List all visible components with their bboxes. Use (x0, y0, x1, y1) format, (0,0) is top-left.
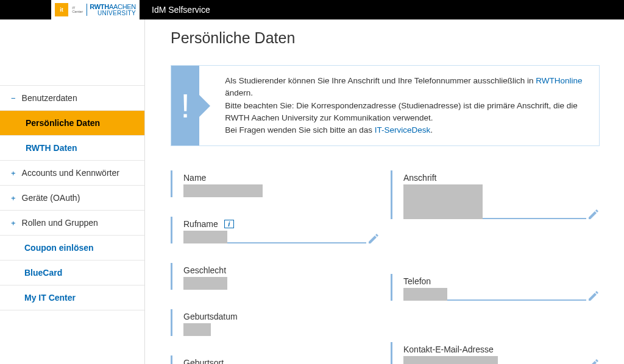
expand-icon: + (11, 194, 16, 203)
sidebar-item-geraete-oauth[interactable]: + Geräte (OAuth) (0, 186, 144, 211)
exclamation-icon: ! (181, 86, 190, 125)
field-value-name (183, 184, 263, 197)
sidebar-item-rollen-gruppen[interactable]: + Rollen und Gruppen (0, 211, 144, 236)
sidebar-item-label: Persönliche Daten (26, 118, 100, 128)
sidebar: − Benutzerdaten Persönliche Daten RWTH D… (0, 19, 145, 364)
pencil-icon[interactable] (587, 208, 600, 220)
field-value-rufname (183, 231, 227, 243)
field-label-rufname: Rufname (183, 219, 218, 229)
sidebar-item-label: My IT Center (24, 293, 76, 303)
field-value-telefon (403, 288, 447, 301)
field-label-anschrift: Anschrift (403, 173, 600, 183)
sidebar-item-coupon-einloesen[interactable]: Coupon einlösen (0, 236, 144, 261)
sidebar-item-label: Accounts und Kennwörter (22, 168, 119, 178)
logo-subtext: IT Center (72, 6, 83, 13)
edit-underline (227, 242, 366, 243)
field-telefon: Telefon (391, 274, 600, 301)
logo-divider (87, 4, 87, 16)
info-icon[interactable]: i (224, 220, 234, 228)
it-center-logo-icon: it (55, 3, 68, 16)
field-geburtsdatum: Geburtsdatum (171, 309, 380, 336)
sidebar-item-label: RWTH Daten (26, 143, 77, 153)
rwthonline-link[interactable]: RWTHonline (536, 76, 582, 85)
pencil-icon[interactable] (587, 358, 600, 364)
sidebar-item-persoenliche-daten[interactable]: Persönliche Daten (0, 111, 144, 136)
field-name: Name (171, 170, 380, 197)
info-box: ! Als Studierender können Sie Ihre Ansch… (171, 65, 600, 146)
field-geburtsort: Geburtsort (171, 355, 380, 364)
edit-underline (483, 218, 586, 219)
field-label-email: Kontakt-E-Mail-Adresse (403, 345, 600, 354)
sidebar-item-label: Rollen und Gruppen (22, 218, 98, 228)
collapse-icon: − (11, 94, 16, 103)
sidebar-item-benutzerdaten[interactable]: − Benutzerdaten (0, 85, 144, 111)
app-title: IdM Selfservice (152, 5, 210, 15)
pencil-icon[interactable] (587, 290, 600, 302)
field-value-geschlecht (183, 277, 227, 290)
field-label-geburtsort: Geburtsort (183, 358, 380, 364)
sidebar-item-my-it-center[interactable]: My IT Center (0, 285, 144, 310)
field-value-anschrift (403, 184, 483, 219)
it-servicedesk-link[interactable]: IT-ServiceDesk (375, 125, 431, 135)
field-value-geburtsdatum (183, 323, 211, 336)
field-geschlecht: Geschlecht (171, 263, 380, 290)
sidebar-item-rwth-daten[interactable]: RWTH Daten (0, 136, 144, 161)
sidebar-item-accounts-kennwoerter[interactable]: + Accounts und Kennwörter (0, 161, 144, 186)
info-content: Als Studierender können Sie Ihre Anschri… (199, 66, 599, 145)
sidebar-item-label: Coupon einlösen (24, 243, 94, 253)
info-icon-box: ! (171, 66, 199, 145)
expand-icon: + (11, 169, 16, 178)
rwth-logo[interactable]: it IT Center RWTHAACHEN UNIVERSITY (51, 0, 140, 19)
sidebar-item-bluecard[interactable]: BlueCard (0, 261, 144, 285)
field-label-telefon: Telefon (403, 276, 600, 286)
page-title: Persönliche Daten (171, 29, 600, 47)
edit-underline (447, 299, 586, 301)
field-label-name: Name (183, 173, 380, 183)
expand-icon: + (11, 219, 16, 228)
field-rufname: Rufname i (171, 217, 380, 243)
field-email: Kontakt-E-Mail-Adresse (391, 342, 600, 364)
sidebar-item-label: BlueCard (24, 268, 62, 278)
top-bar: it IT Center RWTHAACHEN UNIVERSITY IdM S… (0, 0, 624, 19)
field-value-email (403, 356, 498, 364)
sidebar-item-label: Geräte (OAuth) (22, 193, 80, 203)
pencil-icon[interactable] (367, 233, 380, 245)
sidebar-item-label: Benutzerdaten (22, 93, 77, 103)
field-label-geschlecht: Geschlecht (183, 265, 380, 275)
field-anschrift: Anschrift (391, 170, 600, 219)
info-arrow-icon (199, 95, 210, 117)
field-label-geburtsdatum: Geburtsdatum (183, 312, 380, 321)
rwth-wordmark: RWTHAACHEN UNIVERSITY (90, 4, 136, 16)
